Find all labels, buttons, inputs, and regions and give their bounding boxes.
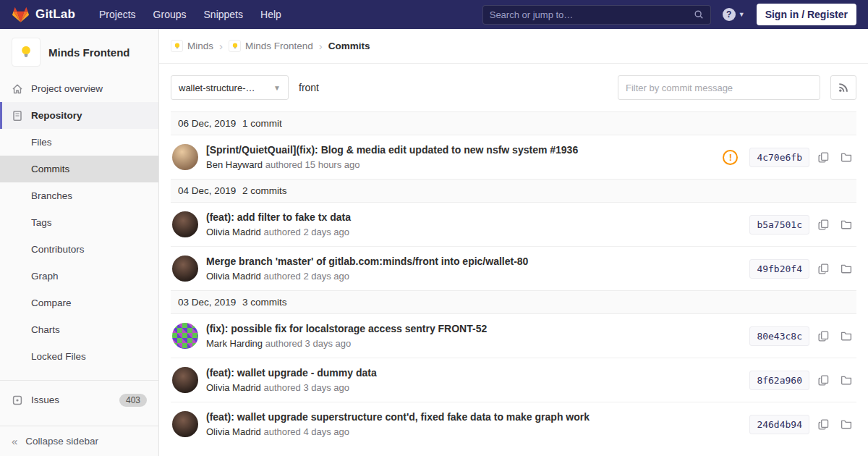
pipeline-warning-icon[interactable]: ! [723, 150, 738, 165]
breadcrumb-item-minds[interactable]: Minds [171, 40, 213, 52]
branch-selector-dropdown[interactable]: wallet-structure-… ▼ [171, 75, 289, 100]
breadcrumb: Minds › Minds Frontend › Commits [159, 29, 868, 64]
author-avatar[interactable] [172, 367, 198, 393]
breadcrumb-item-minds-frontend[interactable]: Minds Frontend [229, 40, 313, 52]
nav-item-snippets[interactable]: Snippets [196, 2, 251, 27]
sidebar-item-tags[interactable]: Tags [0, 209, 158, 236]
collapse-sidebar-button[interactable]: « Collapse sidebar [0, 426, 158, 456]
commit-title-link[interactable]: (fix): possible fix for localstorage acc… [206, 323, 739, 334]
commit-actions: 49fb20f4 [749, 259, 855, 279]
rss-icon [838, 83, 848, 93]
nav-item-projects[interactable]: Projects [91, 2, 144, 27]
commit-sha[interactable]: b5a7501c [749, 215, 809, 235]
commit-author-link[interactable]: Mark Harding [206, 338, 263, 349]
browse-files-button[interactable] [838, 415, 855, 433]
commit-title-link[interactable]: (feat): wallet upgrade - dummy data [206, 367, 739, 379]
commit-date-header: 04 Dec, 2019 2 commits [171, 179, 856, 203]
commit-group: 03 Dec, 2019 3 commits (fix): possible f… [171, 290, 856, 446]
commit-title-link[interactable]: (feat): wallet upgrade superstructure co… [206, 411, 739, 423]
date-label: 04 Dec, 2019 [178, 185, 236, 196]
commit-author-link[interactable]: Olivia Madrid [206, 271, 261, 282]
sidebar-item-label: Files [31, 137, 52, 148]
copy-sha-button[interactable] [815, 216, 832, 233]
author-avatar[interactable] [172, 144, 198, 170]
sidebar-item-issues[interactable]: Issues 403 [0, 387, 158, 413]
sidebar-item-files[interactable]: Files [0, 129, 158, 156]
issues-count-badge: 403 [119, 394, 147, 407]
commit-actions: 80e43c8c [749, 326, 855, 346]
lightbulb-icon [18, 44, 34, 60]
commit-group: 04 Dec, 2019 2 commits (feat): add filte… [171, 179, 856, 290]
commit-info: (feat): add filter to fake tx data Olivi… [206, 211, 739, 237]
commit-filter-input[interactable] [618, 75, 820, 100]
sidebar-item-label: Issues [31, 394, 59, 405]
sidebar-item-repository[interactable]: Repository [0, 102, 158, 129]
commit-row: (feat): wallet upgrade superstructure co… [171, 402, 856, 446]
browse-files-button[interactable] [838, 148, 855, 166]
commit-actions: 246d4b94 [749, 415, 855, 434]
commit-group: 06 Dec, 2019 1 commit [Sprint/QuietQuail… [171, 111, 856, 179]
sidebar-item-label: Locked Files [31, 351, 86, 362]
sidebar-item-charts[interactable]: Charts [0, 316, 158, 343]
commit-sha[interactable]: 80e43c8c [749, 326, 809, 346]
nav-item-help[interactable]: Help [252, 2, 289, 27]
author-avatar[interactable] [172, 323, 198, 349]
sign-in-button[interactable]: Sign in / Register [757, 4, 856, 25]
copy-sha-button[interactable] [815, 328, 832, 345]
commit-count: 1 commit [242, 118, 282, 129]
sidebar-item-label: Graph [31, 271, 59, 282]
tanuki-icon [12, 6, 30, 23]
sidebar-item-project-overview[interactable]: Project overview [0, 75, 158, 102]
copy-sha-button[interactable] [815, 149, 832, 166]
commit-title-link[interactable]: [Sprint/QuietQuail](fix): Blog & media e… [206, 144, 712, 156]
author-avatar[interactable] [172, 256, 198, 282]
help-menu[interactable]: ? ▼ [723, 8, 745, 21]
commit-sha[interactable]: 4c70e6fb [749, 148, 809, 167]
commit-title-link[interactable]: Merge branch 'master' of gitlab.com:mind… [206, 256, 739, 267]
sidebar-item-locked-files[interactable]: Locked Files [0, 343, 158, 370]
sidebar-item-commits[interactable]: Commits [0, 156, 158, 182]
sidebar-item-graph[interactable]: Graph [0, 263, 158, 290]
commit-info: (feat): wallet upgrade - dummy data Oliv… [206, 367, 739, 393]
gitlab-app: GitLab Projects Groups Snippets Help ? ▼… [0, 0, 868, 456]
commit-rows: (fix): possible fix for localstorage acc… [171, 314, 856, 446]
commit-author-link[interactable]: Olivia Madrid [206, 227, 261, 237]
breadcrumb-label: Minds Frontend [245, 41, 313, 51]
browse-files-button[interactable] [838, 216, 855, 233]
search-input[interactable] [490, 9, 694, 20]
commit-sha[interactable]: 8f62a960 [749, 371, 809, 390]
commits-feed-button[interactable] [830, 75, 856, 100]
commit-author-link[interactable]: Olivia Madrid [206, 382, 261, 393]
copy-sha-button[interactable] [815, 261, 832, 277]
commit-row: (feat): wallet upgrade - dummy data Oliv… [171, 358, 856, 402]
commit-author-link[interactable]: Olivia Madrid [206, 426, 261, 437]
browse-files-button[interactable] [838, 260, 855, 277]
commit-author-link[interactable]: Ben Hayward [206, 159, 263, 170]
copy-sha-button[interactable] [815, 416, 832, 433]
breadcrumb-item-commits: Commits [328, 41, 370, 51]
commit-info: (fix): possible fix for localstorage acc… [206, 323, 739, 349]
browse-files-button[interactable] [838, 327, 855, 345]
author-avatar[interactable] [172, 411, 198, 437]
main-content: Minds › Minds Frontend › Commits wallet-… [159, 29, 868, 456]
chevron-right-icon: › [319, 40, 323, 52]
commit-row: [Sprint/QuietQuail](fix): Blog & media e… [171, 135, 856, 179]
commit-sha[interactable]: 246d4b94 [749, 415, 809, 434]
copy-sha-button[interactable] [815, 372, 832, 389]
commit-title-link[interactable]: (feat): add filter to fake tx data [206, 211, 739, 223]
project-title: Minds Frontend [48, 46, 130, 59]
sidebar-item-branches[interactable]: Branches [0, 182, 158, 209]
browse-files-button[interactable] [838, 371, 855, 389]
sidebar-item-contributors[interactable]: Contributors [0, 236, 158, 263]
commit-count: 2 commits [242, 185, 287, 196]
author-avatar[interactable] [172, 211, 198, 237]
nav-item-groups[interactable]: Groups [145, 2, 195, 27]
commit-count: 3 commits [242, 297, 287, 308]
gitlab-logo-link[interactable]: GitLab [12, 6, 75, 23]
sidebar-item-compare[interactable]: Compare [0, 290, 158, 316]
commit-actions: b5a7501c [749, 215, 855, 235]
project-avatar[interactable] [12, 38, 41, 67]
repo-path-link[interactable]: front [299, 82, 319, 93]
sidebar-item-label: Contributors [31, 244, 85, 255]
commit-sha[interactable]: 49fb20f4 [749, 259, 809, 279]
